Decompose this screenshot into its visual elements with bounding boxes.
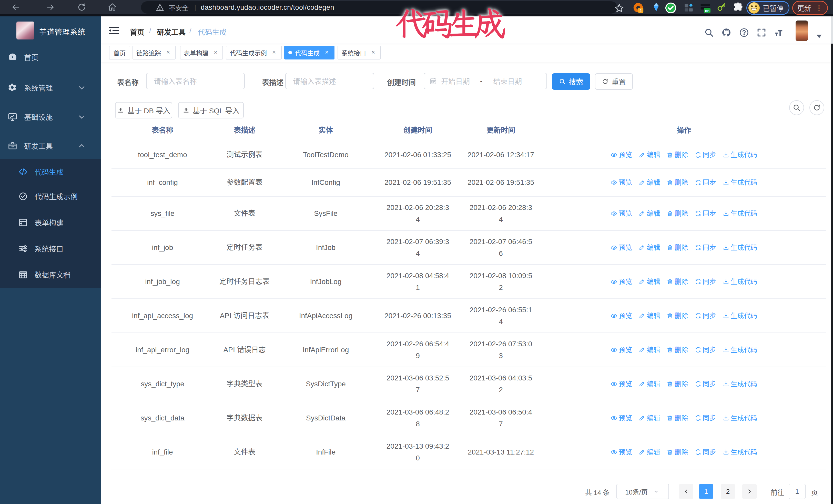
svg-text:1: 1 [640, 8, 642, 13]
svg-text:on: on [705, 9, 710, 13]
